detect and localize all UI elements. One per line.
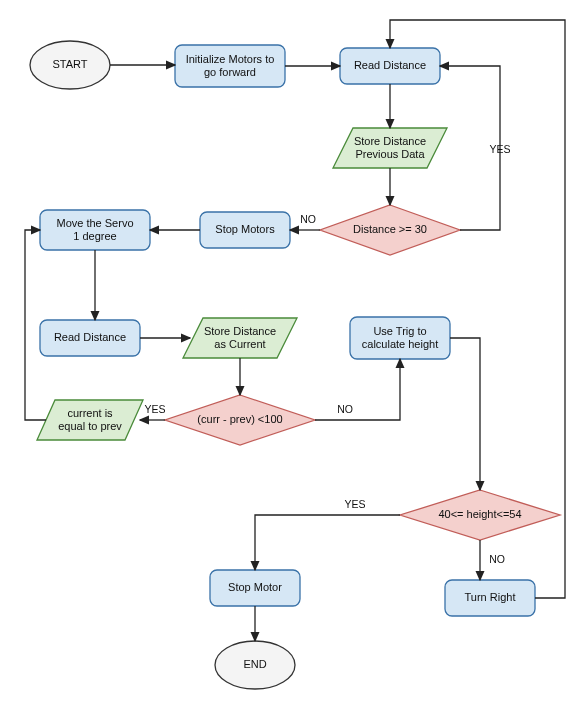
start-label: START — [52, 58, 87, 70]
store-prev-label-2: Previous Data — [355, 148, 425, 160]
store-curr-label-2: as Current — [214, 338, 265, 350]
edge-decheight-no-label: NO — [489, 553, 505, 565]
edge-dec30-yes-label: YES — [489, 143, 510, 155]
dec-dist30-label: Distance >= 30 — [353, 223, 427, 235]
move-servo-label-2: 1 degree — [73, 230, 116, 242]
end-label: END — [243, 658, 266, 670]
use-trig-label-1: Use Trig to — [373, 325, 426, 337]
init-motors-label-1: Initialize Motors to — [186, 53, 275, 65]
stop-motors-1-label: Stop Motors — [215, 223, 275, 235]
init-motors-label-2: go forward — [204, 66, 256, 78]
edge-dec100-no-label: NO — [337, 403, 353, 415]
read-distance-1-label: Read Distance — [354, 59, 426, 71]
stop-motor-2-label: Stop Motor — [228, 581, 282, 593]
turn-right-label: Turn Right — [465, 591, 516, 603]
dec-height-label: 40<= height<=54 — [438, 508, 521, 520]
store-prev-label-1: Store Distance — [354, 135, 426, 147]
flowchart-canvas: START Initialize Motors to go forward Re… — [0, 0, 580, 705]
edge-decheight-yes — [255, 515, 400, 570]
move-servo-label-1: Move the Servo — [56, 217, 133, 229]
read-distance-2-label: Read Distance — [54, 331, 126, 343]
curr-eq-prev-label-2: equal to prev — [58, 420, 122, 432]
edge-decheight-yes-label: YES — [344, 498, 365, 510]
dec-diff100-label: (curr - prev) <100 — [197, 413, 282, 425]
edge-dec100-yes-label: YES — [144, 403, 165, 415]
edge-trig-decheight — [450, 338, 480, 490]
store-curr-label-1: Store Distance — [204, 325, 276, 337]
edge-dec30-no-label: NO — [300, 213, 316, 225]
use-trig-label-2: calculate height — [362, 338, 438, 350]
edge-dec100-no — [315, 359, 400, 420]
curr-eq-prev-label-1: current is — [67, 407, 113, 419]
